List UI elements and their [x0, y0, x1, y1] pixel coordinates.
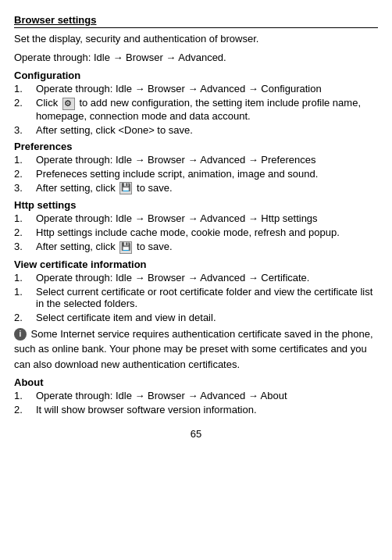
list-item: 2. Click to add new configuration, the s…: [14, 97, 378, 122]
configuration-title: Configuration: [14, 70, 378, 81]
list-item: 2. Http settings include cache mode, coo…: [14, 226, 378, 238]
save-icon: [119, 241, 132, 254]
browser-settings-intro: Set the display, security and authentica…: [14, 31, 378, 47]
list-item: 2. Prefeneces setting include script, an…: [14, 168, 378, 180]
list-item: 1. Operate through: Idle → Browser → Adv…: [14, 390, 378, 401]
list-item: 3. After setting, click to save.: [14, 241, 378, 254]
list-item: 3. After setting, click <Done> to save.: [14, 124, 378, 136]
list-item: 1. Operate through: Idle → Browser → Adv…: [14, 83, 378, 95]
browser-settings-header: Browser settings: [14, 14, 378, 26]
browser-settings-operate: Operate through: Idle → Browser → Advanc…: [14, 50, 378, 66]
list-item: 2. It will show browser software version…: [14, 404, 378, 416]
view-certificate-title: View certificate information: [14, 259, 378, 270]
section-divider: [14, 27, 378, 28]
about-title: About: [14, 376, 378, 388]
http-settings-title: Http settings: [14, 199, 378, 211]
list-item: 3. After setting, click to save.: [14, 182, 378, 195]
list-item: 2. Select certificate item and view in d…: [14, 312, 378, 323]
list-item: 1. Operate through: Idle → Browser → Adv…: [14, 154, 378, 166]
list-item: 1. Operate through: Idle → Browser → Adv…: [14, 212, 378, 224]
info-icon: i: [14, 328, 27, 341]
gear-icon: [62, 98, 75, 110]
certificate-info-text: i Some Internet service requires authent…: [14, 326, 378, 373]
preferences-title: Preferences: [14, 141, 378, 152]
list-item: 1. Operate through: Idle → Browser → Adv…: [14, 272, 378, 284]
save-icon: [119, 182, 132, 194]
list-item: 1. Select current certificate or root ce…: [14, 286, 378, 309]
page-number: 65: [14, 428, 378, 440]
